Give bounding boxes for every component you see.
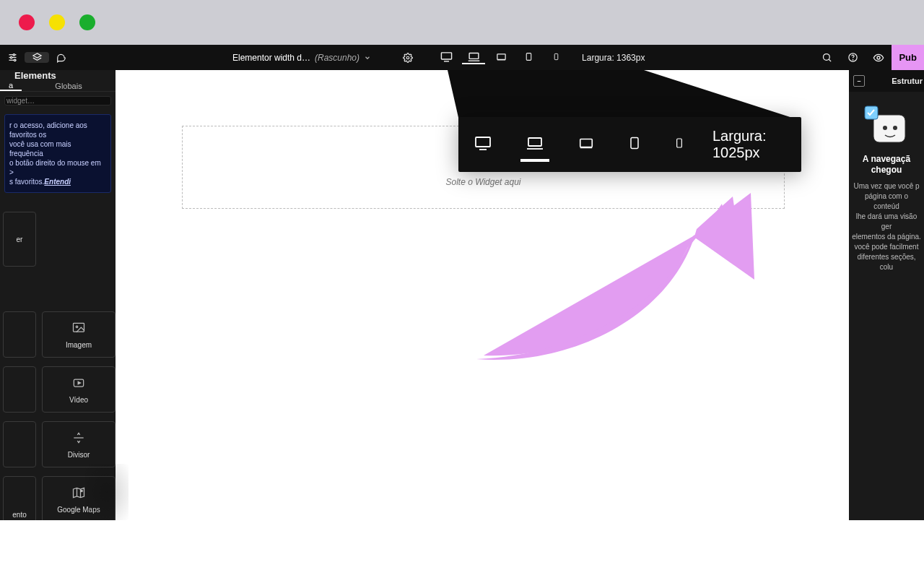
widget-google-maps[interactable]: Google Maps (42, 476, 116, 522)
svg-point-20 (877, 56, 880, 59)
favorites-tip: r o acesso, adicione aos favoritos os vo… (4, 114, 111, 193)
svg-rect-38 (528, 138, 541, 146)
svg-rect-12 (497, 54, 505, 60)
traffic-light-max-icon[interactable] (79, 14, 95, 30)
widget-video[interactable]: Vídeo (42, 366, 116, 413)
document-status: (Rascunho) (315, 53, 359, 63)
widget-search-placeholder: widget… (6, 97, 35, 105)
traffic-light-min-icon[interactable] (49, 14, 65, 30)
widget-left-partial-3[interactable] (3, 421, 36, 467)
svg-marker-24 (78, 381, 80, 384)
svg-marker-26 (74, 488, 84, 497)
bottom-empty-area (0, 520, 924, 578)
zoom-device-desktop[interactable] (468, 127, 497, 162)
svg-rect-31 (873, 115, 905, 142)
document-title: Elementor width d… (232, 53, 310, 63)
svg-rect-43 (677, 139, 682, 147)
map-icon (71, 486, 87, 500)
structure-collapse-icon[interactable]: – (853, 75, 865, 87)
svg-point-22 (76, 326, 78, 328)
svg-rect-36 (476, 137, 490, 147)
publish-button[interactable]: Pub (892, 45, 924, 70)
left-panel: Elements a Globais widget… r o acesso, a… (0, 70, 116, 520)
top-toolbar: Elementor width d… (Rascunho) Largura: 1… (0, 45, 924, 70)
traffic-light-close-icon[interactable] (19, 14, 35, 30)
help-icon[interactable] (840, 45, 866, 70)
svg-rect-42 (631, 138, 638, 149)
svg-point-3 (10, 56, 12, 59)
toolbar-right: Pub (814, 45, 924, 70)
widget-text-partial[interactable] (3, 311, 36, 358)
annotation-arrow-icon (476, 186, 758, 374)
svg-line-17 (829, 59, 831, 61)
widget-row-image: Imagem (0, 307, 116, 362)
tab-globals[interactable]: Globais (22, 81, 116, 91)
widget-image[interactable]: Imagem (42, 311, 116, 358)
gear-icon[interactable] (396, 53, 420, 63)
toolbar-center: Elementor width d… (Rascunho) Largura: 1… (74, 45, 814, 70)
widget-text-ento[interactable]: ento (3, 476, 36, 522)
svg-point-1 (13, 54, 15, 56)
search-icon[interactable] (814, 45, 840, 70)
svg-rect-15 (554, 53, 558, 59)
svg-point-33 (893, 126, 897, 130)
widget-row-video: Vídeo (0, 362, 116, 417)
video-icon (71, 376, 87, 390)
structure-title: Estrutur (892, 77, 923, 85)
svg-point-19 (853, 59, 853, 60)
chevron-down-icon (364, 54, 371, 61)
svg-rect-10 (469, 53, 479, 59)
zoom-device-mobile[interactable] (669, 126, 689, 163)
image-icon (71, 321, 87, 335)
structure-promo-title: A navegaçã chegou (858, 154, 915, 176)
zoom-device-laptop[interactable] (520, 127, 549, 162)
dropzone-text: Solte o Widget aqui (446, 177, 521, 187)
zoom-device-tablet-landscape[interactable] (572, 128, 600, 161)
widget-row-container: er (0, 197, 116, 271)
svg-rect-40 (580, 139, 593, 147)
svg-point-16 (823, 54, 829, 61)
mascot-icon (863, 105, 910, 147)
device-desktop-button[interactable] (435, 51, 458, 64)
svg-point-29 (81, 490, 82, 491)
device-bar-zoom-overlay: Largura: 1025px (458, 117, 801, 172)
zoom-width-label: Largura: 1025px (712, 128, 791, 161)
svg-point-7 (406, 56, 409, 59)
widget-row-divider: Divisor (0, 417, 116, 472)
tab-local[interactable]: a (0, 81, 22, 91)
eye-icon[interactable] (866, 45, 892, 70)
widget-divider[interactable]: Divisor (42, 421, 116, 467)
widget-row-maps: ento Google Maps (0, 472, 116, 527)
document-title-wrap[interactable]: Elementor width d… (Rascunho) (232, 53, 377, 63)
tip-dismiss-link[interactable]: Entendi (44, 178, 71, 186)
canvas-width-label: Largura: 1363px (572, 53, 655, 63)
left-panel-tabs: a Globais (0, 81, 116, 92)
right-panel: – Estrutur A navegaçã chegou Uma vez que… (849, 70, 924, 520)
svg-point-32 (883, 126, 887, 130)
settings-sliders-icon[interactable] (0, 52, 25, 63)
chat-icon[interactable] (49, 53, 74, 63)
device-tablet-portrait-button[interactable] (517, 51, 540, 64)
toolbar-left (0, 45, 74, 70)
browser-titlebar (0, 0, 924, 45)
device-mobile-button[interactable] (544, 51, 567, 64)
left-panel-title: Elements (0, 70, 116, 81)
structure-promo-body: Uma vez que você p página com o conteúd … (849, 181, 924, 272)
svg-rect-14 (526, 53, 531, 61)
structure-panel-header: – Estrutur (849, 70, 924, 92)
widget-container-left[interactable]: er (3, 212, 36, 267)
zoom-device-tablet-portrait[interactable] (623, 126, 646, 163)
widget-left-partial-2[interactable] (3, 366, 36, 413)
svg-rect-8 (441, 53, 451, 59)
svg-point-5 (14, 59, 16, 61)
layers-icon[interactable] (25, 52, 49, 63)
divider-icon (71, 431, 87, 445)
svg-marker-6 (32, 53, 40, 58)
device-laptop-button[interactable] (462, 51, 485, 64)
widget-search-input[interactable]: widget… (4, 96, 111, 105)
device-tablet-landscape-button[interactable] (489, 51, 513, 64)
